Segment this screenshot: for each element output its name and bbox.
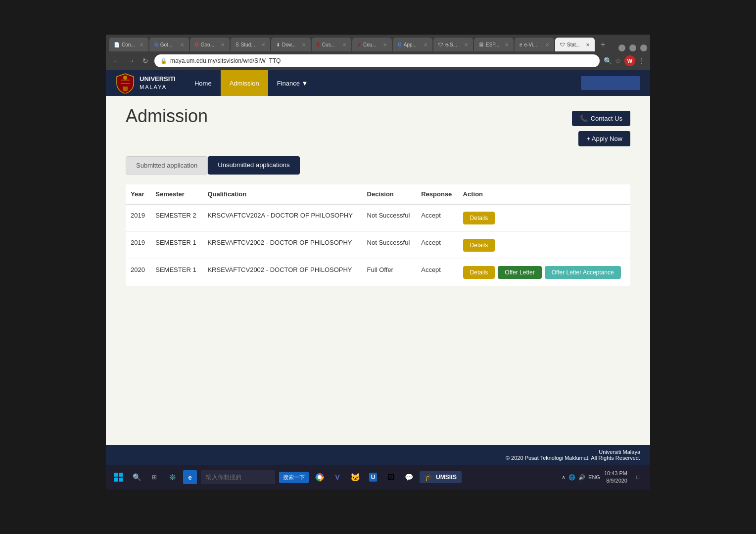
task-view-icon: ⊞ <box>152 474 157 481</box>
row3-action-btns: Details Offer Letter Offer Letter Accept… <box>463 266 625 279</box>
tab-4[interactable]: S Stud... ✕ <box>231 38 270 51</box>
tray-expand-icon[interactable]: ∧ <box>562 474 566 481</box>
tab-11-close[interactable]: ✕ <box>545 42 549 47</box>
tab-10[interactable]: 🏛 ESP... ✕ <box>474 38 514 51</box>
wind-icon-btn[interactable]: ❊ <box>165 470 179 484</box>
search-go-btn[interactable]: 搜索一下 <box>279 472 309 483</box>
tab-2-close[interactable]: ✕ <box>180 42 184 47</box>
tab-12-label: Stat... <box>567 42 580 47</box>
uni-logo[interactable]: UNIVERSITI MALAYA <box>116 73 176 93</box>
task-view-btn[interactable]: ⊞ <box>147 470 161 484</box>
row3-decision: Full Offer <box>362 259 417 286</box>
tab-3[interactable]: G Goo... ✕ <box>190 38 230 51</box>
unsubmitted-applications-tab[interactable]: Unsubmitted applications <box>208 156 299 175</box>
ie-icon: e <box>188 474 191 481</box>
tab-12-active[interactable]: 🛡 Stat... ✕ <box>555 38 595 51</box>
taskbar-search-input[interactable] <box>201 470 275 484</box>
tab-7[interactable]: ✗ Cou... ✕ <box>352 38 392 51</box>
tab-1-label: Con... <box>122 42 135 47</box>
taskbar-icon-u[interactable]: U <box>366 470 380 484</box>
umsite-label[interactable]: 🎓 UMSItS <box>420 471 462 483</box>
nav-home[interactable]: Home <box>186 70 221 96</box>
tab-5[interactable]: ⬇ Dow... ✕ <box>271 38 311 51</box>
phone-icon: 📞 <box>580 115 588 122</box>
menu-btn[interactable]: ⋮ <box>638 57 645 65</box>
minimize-btn[interactable]: — <box>618 44 625 51</box>
tab-6-label: Cus... <box>322 42 335 47</box>
website-content: UNIVERSITI MALAYA Home Admission Finance… <box>106 70 650 465</box>
tab-9-close[interactable]: ✕ <box>464 42 468 47</box>
tab-6-close[interactable]: ✕ <box>342 42 346 47</box>
university-subname: MALAYA <box>140 84 176 90</box>
taskbar-icon-wechat[interactable]: 💬 <box>402 470 416 484</box>
zoom-btn[interactable]: 🔍 <box>604 57 612 65</box>
lock-icon: 🔒 <box>160 58 167 64</box>
university-nav: UNIVERSITI MALAYA Home Admission Finance… <box>106 70 650 96</box>
screen-wrapper: 📄 Con... ✕ G Got... ✕ G Goo... ✕ S Stud.… <box>106 35 650 490</box>
clock-time: 10:43 PM <box>604 470 627 477</box>
tab-2[interactable]: G Got... ✕ <box>149 38 189 51</box>
tab-6[interactable]: E Cus... ✕ <box>312 38 351 51</box>
nav-admission[interactable]: Admission <box>221 70 268 96</box>
tab-7-label: Cou... <box>363 42 377 47</box>
row3-offer-letter-btn[interactable]: Offer Letter <box>498 266 541 279</box>
row2-details-btn[interactable]: Details <box>463 239 495 252</box>
maximize-btn[interactable]: □ <box>629 44 636 51</box>
nav-menu: Home Admission Finance ▼ <box>186 70 317 96</box>
photo-icon: 🖼 <box>387 473 394 481</box>
submitted-application-tab[interactable]: Submitted application <box>126 156 208 175</box>
col-semester: Semester <box>150 184 202 204</box>
browser-actions: 🔍 ☆ W ⋮ <box>604 55 645 66</box>
col-response: Response <box>416 184 458 204</box>
close-btn[interactable]: ✕ <box>640 44 647 51</box>
row2-qualification: KRSEVAFTCV2002 - DOCTOR OF PHILOSOPHY <box>202 232 362 259</box>
ie-taskbar-btn[interactable]: e <box>183 470 197 484</box>
row3-semester: SEMESTER 1 <box>150 259 202 286</box>
tab-8[interactable]: G App... ✕ <box>393 38 432 51</box>
new-tab-btn[interactable]: + <box>596 38 611 51</box>
col-qualification: Qualification <box>202 184 362 204</box>
row1-details-btn[interactable]: Details <box>463 212 495 224</box>
tab-10-label: ESP... <box>486 42 499 47</box>
tab-5-close[interactable]: ✕ <box>302 42 306 47</box>
tab-1[interactable]: 📄 Con... ✕ <box>109 38 148 51</box>
tab-4-label: Stud... <box>241 42 255 47</box>
tab-11[interactable]: e e-Vi... ✕ <box>515 38 554 51</box>
table-row: 2019 SEMESTER 2 KRSCVAFTCV202A - DOCTOR … <box>126 204 630 232</box>
address-bar[interactable]: 🔒 maya.um.edu.my/sitsvision/wrd/SIW_TTQ <box>154 54 600 67</box>
chrome-taskbar-btn[interactable] <box>313 470 327 484</box>
search-taskbar-btn[interactable]: 🔍 <box>130 470 143 484</box>
nav-search-box <box>581 76 640 90</box>
svg-rect-1 <box>114 473 118 477</box>
nav-finance[interactable]: Finance ▼ <box>268 70 317 96</box>
address-bar-row: ← → ↻ 🔒 maya.um.edu.my/sitsvision/wrd/SI… <box>106 51 650 70</box>
taskbar-icon-cat[interactable]: 🐱 <box>348 470 362 484</box>
tab-4-close[interactable]: ✕ <box>261 42 265 47</box>
tab-12-close[interactable]: ✕ <box>586 42 590 47</box>
profile-circle[interactable]: W <box>624 55 635 66</box>
clock-date: 8/9/2020 <box>604 477 627 485</box>
tab-7-close[interactable]: ✕ <box>383 42 387 47</box>
taskbar-icon-photo[interactable]: 🖼 <box>384 470 398 484</box>
tab-3-close[interactable]: ✕ <box>221 42 225 47</box>
bookmark-btn[interactable]: ☆ <box>615 57 621 65</box>
start-button[interactable] <box>111 470 126 485</box>
row3-details-btn[interactable]: Details <box>463 266 495 279</box>
contact-us-button[interactable]: 📞 Contact Us <box>572 111 630 126</box>
row2-response: Accept <box>416 232 458 259</box>
apply-now-button[interactable]: + Apply Now <box>578 131 630 146</box>
tab-5-label: Dow... <box>282 42 296 47</box>
svg-point-6 <box>318 475 322 479</box>
tab-10-close[interactable]: ✕ <box>505 42 509 47</box>
forward-btn[interactable]: → <box>126 56 137 66</box>
refresh-btn[interactable]: ↻ <box>141 56 150 66</box>
tab-1-close[interactable]: ✕ <box>140 42 143 47</box>
tab-8-close[interactable]: ✕ <box>424 42 427 47</box>
show-desktop-btn[interactable]: □ <box>631 470 645 484</box>
system-tray: ∧ 🌐 🔊 ENG <box>562 474 600 481</box>
taskbar-icon-v[interactable]: V <box>331 470 344 484</box>
tab-9[interactable]: 🛡 e-S... ✕ <box>433 38 473 51</box>
back-btn[interactable]: ← <box>111 56 122 66</box>
system-clock[interactable]: 10:43 PM 8/9/2020 <box>604 470 627 485</box>
row3-offer-acceptance-btn[interactable]: Offer Letter Acceptance <box>545 266 621 279</box>
